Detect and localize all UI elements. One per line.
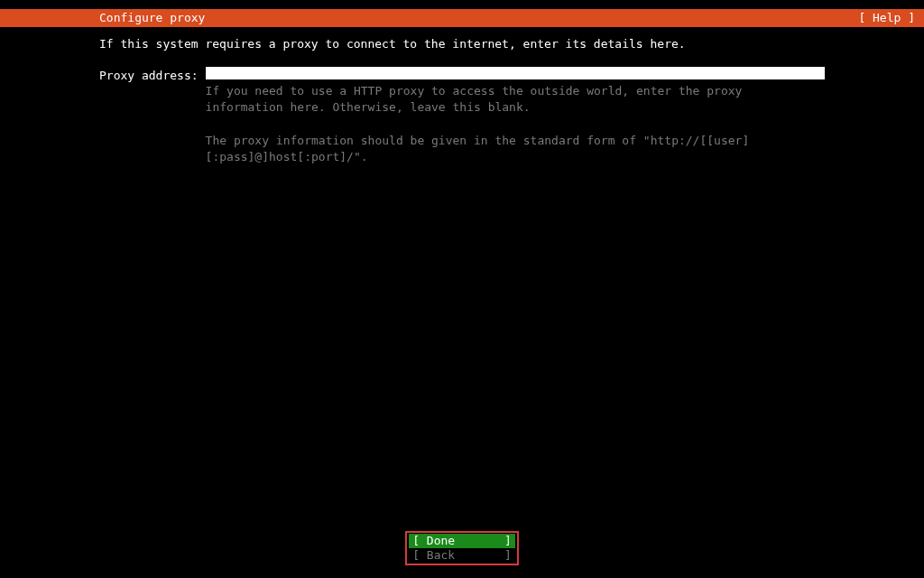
proxy-help-text-2: The proxy information should be given in… [206, 133, 825, 165]
proxy-field-container: If you need to use a HTTP proxy to acces… [206, 67, 825, 165]
proxy-help-text-1: If you need to use a HTTP proxy to acces… [206, 83, 825, 116]
proxy-address-label: Proxy address: [99, 67, 206, 84]
description-text: If this system requires a proxy to conne… [99, 36, 825, 52]
help-button[interactable]: [ Help ] [858, 10, 915, 26]
proxy-form-row: Proxy address: If you need to use a HTTP… [99, 67, 825, 165]
proxy-address-input[interactable] [206, 67, 825, 79]
done-button[interactable]: [ Done ] [409, 534, 515, 548]
selection-highlight: [ Done ] [ Back ] [405, 531, 519, 565]
back-button[interactable]: [ Back ] [409, 548, 515, 563]
footer-actions: [ Done ] [ Back ] [0, 531, 924, 565]
main-content: If this system requires a proxy to conne… [99, 36, 825, 165]
page-title: Configure proxy [9, 10, 205, 26]
title-bar: Configure proxy [ Help ] [0, 9, 924, 27]
